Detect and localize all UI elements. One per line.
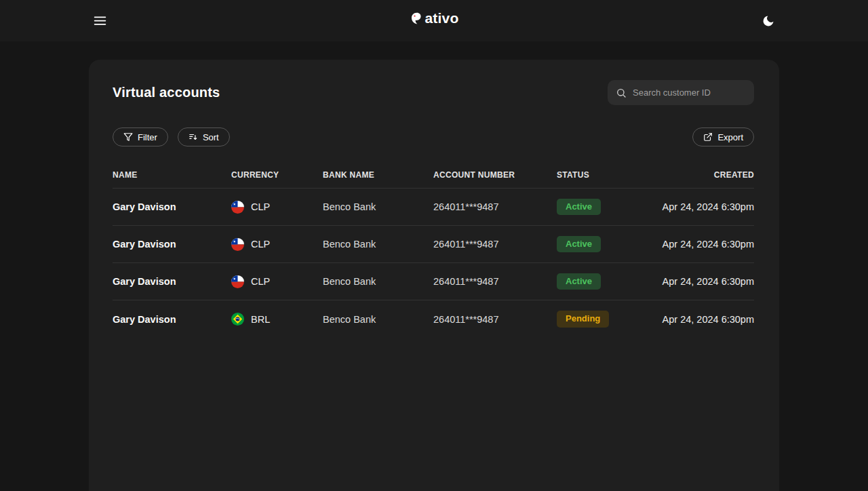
column-header-name: NAME [113, 170, 231, 180]
column-header-currency: CURRENCY [231, 170, 323, 180]
cell-bank-name: Benco Bank [323, 239, 433, 250]
cell-created: Apr 24, 2024 6:30pm [645, 201, 754, 212]
table-header: NAME CURRENCY BANK NAME ACCOUNT NUMBER S… [113, 165, 754, 189]
status-badge: Pending [557, 311, 609, 328]
currency-flag-icon [231, 275, 244, 288]
ativo-logo-icon [409, 12, 423, 26]
cell-account-number: 264011***9487 [433, 239, 557, 250]
cell-created: Apr 24, 2024 6:30pm [645, 239, 754, 250]
cell-bank-name: Benco Bank [323, 314, 433, 325]
cell-name: Gary Davison [113, 276, 231, 287]
filter-button-label: Filter [138, 133, 157, 142]
cell-name: Gary Davison [113, 314, 231, 325]
brand-name: ativo [425, 10, 458, 26]
export-icon [703, 132, 713, 142]
cell-account-number: 264011***9487 [433, 276, 557, 287]
status-badge: Active [557, 199, 601, 216]
virtual-accounts-table: NAME CURRENCY BANK NAME ACCOUNT NUMBER S… [113, 165, 754, 338]
export-button-label: Export [717, 133, 743, 142]
hamburger-menu-icon[interactable] [89, 9, 111, 32]
status-badge: Active [557, 236, 601, 253]
cell-created: Apr 24, 2024 6:30pm [645, 276, 754, 287]
cell-name: Gary Davison [113, 239, 231, 250]
table-row: Gary Davison BRL Benco Bank 264011***948… [113, 300, 754, 338]
cell-name: Gary Davison [113, 201, 231, 212]
currency-flag-icon [231, 313, 244, 326]
cell-bank-name: Benco Bank [323, 276, 433, 287]
table-body: Gary Davison CLP Benco Bank 264011***948… [113, 189, 754, 338]
cell-currency: CLP [251, 201, 270, 212]
cell-currency: CLP [251, 239, 270, 250]
table-row: Gary Davison CLP Benco Bank 264011***948… [113, 226, 754, 263]
toolbar: Filter Sort Export [113, 127, 754, 146]
brand-logo: ativo [409, 10, 458, 26]
cell-bank-name: Benco Bank [323, 201, 433, 212]
column-header-account-number: ACCOUNT NUMBER [433, 170, 557, 180]
sort-button-label: Sort [203, 133, 219, 142]
column-header-bank-name: BANK NAME [323, 170, 433, 180]
search-icon [616, 87, 627, 98]
table-row: Gary Davison CLP Benco Bank 264011***948… [113, 263, 754, 300]
card-header: Virtual accounts [113, 80, 754, 105]
cell-account-number: 264011***9487 [433, 314, 557, 325]
page-title: Virtual accounts [113, 85, 220, 100]
currency-flag-icon [231, 201, 244, 214]
export-button[interactable]: Export [692, 127, 754, 146]
filter-funnel-icon [123, 132, 133, 142]
table-row: Gary Davison CLP Benco Bank 264011***948… [113, 189, 754, 226]
sort-button[interactable]: Sort [178, 127, 230, 146]
search-box[interactable] [608, 80, 754, 105]
dark-mode-moon-icon[interactable] [757, 10, 779, 32]
cell-account-number: 264011***9487 [433, 201, 557, 212]
cell-currency: BRL [251, 314, 270, 325]
sort-icon [189, 132, 198, 142]
currency-flag-icon [231, 238, 244, 251]
cell-created: Apr 24, 2024 6:30pm [645, 314, 754, 325]
virtual-accounts-card: Virtual accounts Filter [89, 60, 779, 491]
status-badge: Active [557, 273, 601, 290]
search-input[interactable] [633, 87, 752, 98]
topbar: ativo [0, 0, 868, 41]
filter-button[interactable]: Filter [113, 127, 168, 146]
cell-currency: CLP [251, 276, 270, 287]
column-header-status: STATUS [557, 170, 645, 180]
column-header-created: CREATED [645, 170, 754, 180]
